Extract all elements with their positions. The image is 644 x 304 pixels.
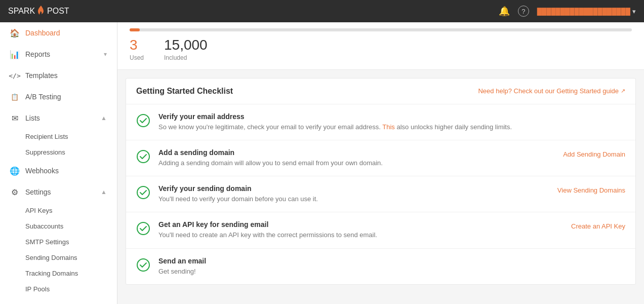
used-label: Used: [130, 54, 144, 61]
sidebar: 🏠 Dashboard 📊 Reports ▾ </> Templates 📋 …: [0, 22, 117, 304]
stat-included: 15,000 Included: [164, 37, 208, 61]
ab-testing-icon: 📋: [10, 92, 19, 101]
sidebar-item-label: Reports: [25, 50, 50, 58]
home-icon: 🏠: [10, 28, 19, 37]
checklist-item-content: Add a sending domain Adding a sending do…: [158, 148, 555, 168]
sidebar-item-templates[interactable]: </> Templates: [0, 65, 117, 86]
included-label: Included: [164, 54, 208, 61]
sidebar-item-dashboard[interactable]: 🏠 Dashboard: [0, 22, 117, 44]
view-sending-domains-button[interactable]: View Sending Domains: [557, 186, 625, 194]
sidebar-item-ab-testing[interactable]: 📋 A/B Testing: [0, 86, 117, 107]
checklist-item-content: Verify your email address So we know you…: [158, 112, 625, 132]
checklist-item-add-sending-domain: Add a sending domain Adding a sending do…: [126, 140, 635, 176]
notification-icon[interactable]: 🔔: [499, 6, 510, 17]
sidebar-item-label: A/B Testing: [25, 93, 61, 101]
check-circle-icon: [136, 221, 150, 236]
checklist-item-desc: Get sending!: [158, 267, 625, 276]
checklist-help-link[interactable]: Need help? Check out our Getting Started…: [478, 87, 625, 95]
chevron-down-icon: ▾: [104, 51, 107, 58]
svg-point-0: [137, 115, 149, 127]
checklist-item-verify-email: Verify your email address So we know you…: [126, 104, 635, 140]
top-navigation: SPARK POST 🔔 ? ████████████████████ ▾: [0, 0, 644, 22]
lists-icon: ✉: [10, 113, 19, 123]
checklist-item-desc: So we know you're legitimate, check your…: [158, 123, 625, 132]
logo-spark: SPARK: [8, 7, 35, 16]
svg-point-3: [137, 222, 149, 235]
sidebar-item-suppressions[interactable]: Suppressions: [25, 144, 117, 160]
checklist-item-title: Get an API key for sending email: [158, 220, 563, 229]
checklist-item-get-api-key: Get an API key for sending email You'll …: [126, 212, 635, 248]
checklist-item-desc: You'll need to verify your domain before…: [158, 195, 549, 204]
sidebar-item-label: Dashboard: [25, 29, 60, 37]
help-link-text: Need help? Check out our Getting Started…: [478, 87, 619, 95]
used-value: 3: [130, 37, 144, 53]
sidebar-item-tracking-domains[interactable]: Tracking Domains: [25, 265, 117, 281]
user-chevron-icon: ▾: [632, 8, 636, 15]
check-circle-icon: [136, 149, 150, 164]
stat-used: 3 Used: [130, 37, 144, 61]
svg-point-4: [137, 259, 149, 271]
app-logo: SPARK POST: [8, 6, 69, 17]
this-link[interactable]: This: [382, 123, 395, 131]
usage-progress-bar: [130, 28, 632, 31]
checklist-item-title: Add a sending domain: [158, 148, 555, 157]
help-icon[interactable]: ?: [518, 6, 529, 17]
checklist-item-send-email: Send an email Get sending!: [126, 249, 635, 284]
checklist-item-content: Verify your sending domain You'll need t…: [158, 184, 549, 204]
checklist-header: Getting Started Checklist Need help? Che…: [126, 79, 635, 104]
templates-icon: </>: [10, 71, 19, 80]
sidebar-item-recipient-lists[interactable]: Recipient Lists: [25, 129, 117, 144]
sidebar-item-lists[interactable]: ✉ Lists ▲: [0, 107, 117, 129]
stats-section: 3 Used 15,000 Included: [117, 22, 644, 70]
main-content: 3 Used 15,000 Included Getting Started C…: [117, 22, 644, 304]
sidebar-item-webhooks[interactable]: 🌐 Webhooks: [0, 160, 117, 181]
checklist-item-content: Send an email Get sending!: [158, 257, 625, 276]
reports-icon: 📊: [10, 50, 19, 59]
svg-point-2: [137, 186, 149, 199]
included-value: 15,000: [164, 37, 208, 53]
checklist-container: Getting Started Checklist Need help? Che…: [126, 78, 636, 285]
external-link-icon: ↗: [621, 88, 625, 94]
sidebar-item-subaccounts[interactable]: Subaccounts: [25, 218, 117, 234]
logo-post: POST: [47, 7, 69, 16]
user-menu[interactable]: ████████████████████ ▾: [537, 8, 636, 15]
check-circle-icon: [136, 258, 150, 272]
add-sending-domain-button[interactable]: Add Sending Domain: [563, 150, 625, 158]
checklist-item-title: Verify your email address: [158, 112, 625, 121]
sidebar-item-label: Settings: [25, 188, 51, 196]
sidebar-item-smtp-settings[interactable]: SMTP Settings: [25, 234, 117, 250]
sidebar-item-label: Webhooks: [25, 167, 59, 175]
checklist-item-verify-sending-domain: Verify your sending domain You'll need t…: [126, 176, 635, 212]
check-circle-icon: [136, 113, 150, 128]
sidebar-item-settings[interactable]: ⚙ Settings ▲: [0, 181, 117, 203]
stats-numbers: 3 Used 15,000 Included: [130, 37, 632, 61]
chevron-up-icon: ▲: [101, 188, 107, 196]
sidebar-item-api-keys[interactable]: API Keys: [25, 203, 117, 218]
webhooks-icon: 🌐: [10, 166, 19, 175]
svg-point-1: [137, 150, 149, 163]
checklist-item-title: Verify your sending domain: [158, 184, 549, 193]
settings-submenu: API Keys Subaccounts SMTP Settings Sendi…: [0, 203, 117, 297]
user-email: ████████████████████: [537, 8, 630, 15]
usage-progress-fill: [130, 28, 140, 31]
check-circle-icon: [136, 185, 150, 200]
sidebar-item-label: Lists: [25, 114, 40, 122]
checklist-item-content: Get an API key for sending email You'll …: [158, 220, 563, 240]
checklist-item-title: Send an email: [158, 257, 625, 265]
lists-submenu: Recipient Lists Suppressions: [0, 129, 117, 160]
checklist-title: Getting Started Checklist: [136, 87, 233, 96]
sidebar-item-label: Templates: [25, 71, 58, 80]
checklist-item-desc: Adding a sending domain will allow you t…: [158, 159, 555, 168]
sidebar-item-ip-pools[interactable]: IP Pools: [25, 281, 117, 297]
settings-icon: ⚙: [10, 187, 19, 197]
create-api-key-button[interactable]: Create an API Key: [571, 222, 625, 230]
checklist-item-desc: You'll need to create an API key with th…: [158, 231, 563, 240]
topnav-right: 🔔 ? ████████████████████ ▾: [499, 6, 636, 17]
sidebar-item-sending-domains[interactable]: Sending Domains: [25, 250, 117, 265]
flame-icon: [36, 6, 46, 17]
chevron-up-icon: ▲: [101, 115, 107, 122]
sidebar-item-reports[interactable]: 📊 Reports ▾: [0, 44, 117, 65]
